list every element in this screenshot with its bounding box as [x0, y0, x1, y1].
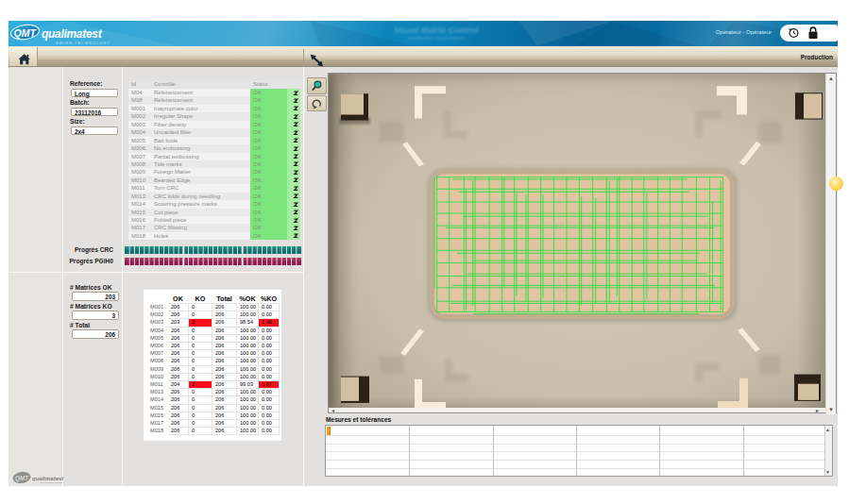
- svg-text:qualimatest: qualimatest: [32, 476, 64, 481]
- svg-text:QMT: QMT: [15, 475, 29, 482]
- svg-text:SWISS TECHNOLOGY: SWISS TECHNOLOGY: [41, 481, 64, 484]
